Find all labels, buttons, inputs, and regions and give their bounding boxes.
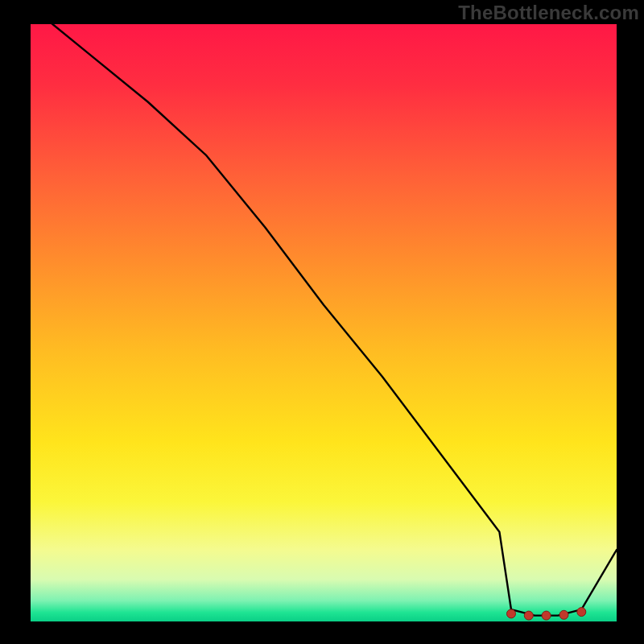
chart-container: TheBottleneck.com <box>0 0 644 644</box>
bottleneck-chart <box>0 0 644 644</box>
marker-dot <box>542 611 551 620</box>
marker-dot <box>524 611 533 620</box>
plot-background <box>31 24 617 621</box>
marker-dot <box>559 610 568 619</box>
watermark-label: TheBottleneck.com <box>458 2 639 24</box>
marker-dot <box>577 608 586 617</box>
marker-dot <box>507 609 516 618</box>
